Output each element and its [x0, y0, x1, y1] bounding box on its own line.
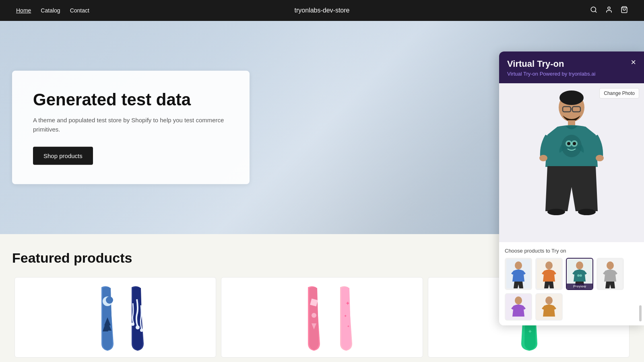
- nav-brand: tryonlabs-dev-store: [295, 7, 350, 14]
- svg-point-46: [580, 274, 582, 277]
- vto-thumb-1[interactable]: [505, 258, 532, 290]
- vto-header: Virtual Try-on Virtual Try-on Powered by…: [499, 51, 644, 83]
- svg-text:✦: ✦: [345, 300, 350, 306]
- vto-thumb-preview-badge: Preview: [567, 284, 592, 289]
- vto-scroll-handle[interactable]: [639, 305, 642, 321]
- hero-card: Generated test data A theme and populate…: [12, 71, 250, 184]
- vto-thumb-4[interactable]: [597, 258, 624, 290]
- nav-contact[interactable]: Contact: [70, 7, 89, 14]
- svg-point-17: [312, 313, 316, 318]
- nav-catalog[interactable]: Catalog: [41, 7, 60, 14]
- svg-point-48: [607, 261, 614, 269]
- product-card-1[interactable]: [14, 277, 216, 358]
- vto-close-button[interactable]: ×: [631, 58, 636, 67]
- search-icon[interactable]: [590, 6, 597, 15]
- vto-thumbnails: Preview: [505, 258, 638, 290]
- svg-point-45: [577, 274, 580, 277]
- nav-home[interactable]: Home: [16, 7, 31, 14]
- svg-point-40: [515, 261, 522, 269]
- vto-products-section: Choose products to Try on: [499, 242, 644, 325]
- svg-text:✦: ✦: [347, 325, 350, 328]
- vto-preview-area: Change Photo: [499, 83, 644, 242]
- vto-brand-link[interactable]: tryonlabs.ai: [569, 71, 595, 77]
- svg-point-52: [545, 296, 553, 304]
- svg-point-30: [561, 135, 582, 157]
- cart-icon[interactable]: [621, 6, 628, 15]
- svg-point-13: [131, 323, 134, 326]
- vto-subtitle: Virtual Try-on Powered by tryonlabs.ai: [507, 71, 595, 77]
- svg-point-35: [539, 155, 547, 161]
- vto-more-thumb-1[interactable]: [505, 293, 532, 321]
- vto-title: Virtual Try-on: [507, 59, 595, 69]
- svg-point-50: [515, 296, 522, 304]
- vto-thumb-3[interactable]: Preview: [566, 258, 593, 290]
- svg-point-33: [567, 142, 570, 145]
- vto-more-thumbs-row: [505, 293, 638, 321]
- svg-point-15: [140, 329, 143, 332]
- hero-subtitle: A theme and populated test store by Shop…: [33, 116, 229, 134]
- nav-links: Home Catalog Contact: [16, 7, 89, 14]
- change-photo-button[interactable]: Change Photo: [599, 88, 639, 99]
- vto-more-thumb-2[interactable]: [535, 293, 563, 321]
- product-card-2[interactable]: ✦ ✦ ✦: [221, 277, 423, 358]
- svg-text:✦: ✦: [528, 328, 533, 335]
- svg-line-1: [595, 11, 596, 12]
- svg-point-25: [559, 90, 584, 105]
- login-icon[interactable]: [605, 6, 613, 15]
- svg-text:✦: ✦: [344, 314, 347, 318]
- svg-point-38: [578, 209, 596, 215]
- svg-point-9: [106, 296, 113, 304]
- nav-icons: [590, 6, 628, 15]
- hero-title: Generated test data: [33, 90, 229, 109]
- svg-point-14: [136, 325, 140, 329]
- svg-point-42: [545, 261, 553, 269]
- vto-thumb-2[interactable]: [535, 258, 563, 290]
- svg-point-36: [596, 155, 604, 161]
- svg-point-37: [547, 209, 565, 215]
- person-preview: [531, 86, 612, 239]
- navbar: Home Catalog Contact tryonlabs-dev-store: [0, 0, 644, 21]
- vto-header-text: Virtual Try-on Virtual Try-on Powered by…: [507, 59, 595, 77]
- vto-products-label: Choose products to Try on: [505, 248, 638, 254]
- svg-point-2: [608, 7, 610, 9]
- svg-point-44: [576, 261, 583, 269]
- svg-point-34: [573, 142, 576, 145]
- shop-products-button[interactable]: Shop products: [33, 147, 93, 165]
- vto-panel: Virtual Try-on Virtual Try-on Powered by…: [499, 51, 644, 325]
